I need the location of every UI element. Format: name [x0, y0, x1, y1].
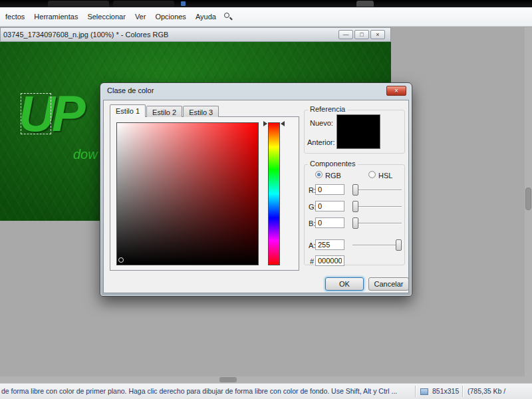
minimize-button[interactable]: — [338, 30, 353, 39]
reference-group-label: Referencia [308, 105, 347, 113]
canvas-subtext: dow [73, 147, 98, 162]
menu-item-ver[interactable]: Ver [130, 11, 151, 23]
menu-item-opciones[interactable]: Opciones [150, 11, 190, 23]
close-window-button[interactable]: × [370, 30, 385, 39]
color-selection-marker[interactable] [118, 257, 124, 263]
menu-item-herramientas[interactable]: Herramientas [29, 11, 82, 23]
dialog-title[interactable]: Clase de color [107, 86, 154, 94]
rgb-radio[interactable] [315, 171, 323, 178]
vertical-scrollbar-thumb[interactable] [525, 188, 531, 210]
red-slider[interactable] [352, 184, 402, 196]
status-file-info: (785,35 Kb / [467, 387, 505, 395]
previous-color-label: Anterior: [307, 138, 335, 146]
status-message: de forma libre con color de primer plano… [1, 387, 397, 395]
status-bar: de forma libre con color de primer plano… [0, 383, 532, 399]
status-separator [462, 386, 463, 397]
alpha-input[interactable] [315, 239, 344, 250]
background-tab-fragment [48, 1, 109, 7]
horizontal-scrollbar-track[interactable] [0, 376, 532, 383]
background-app-icon [181, 1, 186, 6]
image-size-icon [420, 388, 428, 395]
red-input[interactable] [315, 184, 344, 195]
status-separator [415, 386, 416, 397]
green-input[interactable] [315, 201, 344, 211]
red-slider-thumb[interactable] [352, 184, 358, 196]
components-group-label: Componentes [308, 160, 358, 168]
blue-slider[interactable] [352, 217, 402, 229]
background-tab-fragment [113, 1, 174, 7]
background-window-strip [0, 0, 532, 7]
color-swatch [336, 114, 380, 149]
alpha-label: A: [309, 241, 315, 249]
cancel-button[interactable]: Cancelar [368, 277, 409, 291]
saturation-value-picker[interactable] [116, 122, 259, 265]
hue-marker-left-icon[interactable] [263, 121, 267, 126]
reference-group: Referencia Nuevo: Anterior: [304, 110, 405, 154]
hsl-radio[interactable] [368, 171, 376, 178]
restore-button[interactable]: □ [354, 30, 369, 39]
blue-slider-thumb[interactable] [352, 217, 358, 229]
dialog-client-area: Estilo 1 Estilo 2 Estilo 3 Referencia Nu… [103, 100, 409, 293]
rgb-radio-label: RGB [325, 172, 341, 180]
background-window-fragment [356, 1, 374, 7]
new-color-label: Nuevo: [310, 119, 333, 127]
hex-label: # [310, 257, 314, 265]
ok-button[interactable]: OK [325, 277, 364, 291]
dialog-close-button[interactable]: × [386, 86, 406, 96]
screen: fectos Herramientas Seleccionar Ver Opci… [0, 0, 532, 399]
color-dialog: Clase de color × Estilo 1 Estilo 2 Estil… [100, 82, 412, 297]
alpha-slider[interactable] [352, 239, 402, 251]
selection-marquee [21, 93, 51, 134]
menu-item-ayuda[interactable]: Ayuda [191, 11, 221, 23]
document-titlebar[interactable]: 03745_1734097608_n.jpg (100%) * - Colore… [0, 27, 391, 42]
hue-slider[interactable] [268, 122, 280, 265]
window-controls: — □ × [338, 30, 385, 39]
blue-input[interactable] [315, 217, 344, 228]
green-slider-thumb[interactable] [352, 201, 358, 212]
green-slider[interactable] [352, 201, 402, 212]
document-title: 03745_1734097608_n.jpg (100%) * - Colore… [3, 31, 168, 39]
style-tabs: Estilo 1 Estilo 2 Estilo 3 [110, 104, 219, 117]
menu-item-seleccionar[interactable]: Seleccionar [82, 11, 130, 23]
horizontal-scrollbar-thumb[interactable] [219, 377, 237, 382]
menu-bar: fectos Herramientas Seleccionar Ver Opci… [0, 7, 532, 27]
color-picker-panel [110, 116, 299, 271]
tab-estilo-2[interactable]: Estilo 2 [146, 106, 182, 117]
hsl-radio-label: HSL [378, 172, 392, 180]
components-group: Componentes RGB HSL R: G: B: [304, 164, 405, 265]
alpha-slider-thumb[interactable] [396, 239, 402, 251]
hex-input[interactable] [315, 255, 344, 266]
status-image-size: 851x315 [432, 387, 459, 395]
search-icon[interactable] [223, 12, 233, 21]
menu-item-efectos[interactable]: fectos [1, 11, 29, 23]
blue-label: B: [309, 219, 315, 227]
tab-estilo-3[interactable]: Estilo 3 [183, 106, 219, 117]
hue-marker-right-icon[interactable] [281, 121, 285, 126]
tab-estilo-1[interactable]: Estilo 1 [110, 104, 146, 117]
